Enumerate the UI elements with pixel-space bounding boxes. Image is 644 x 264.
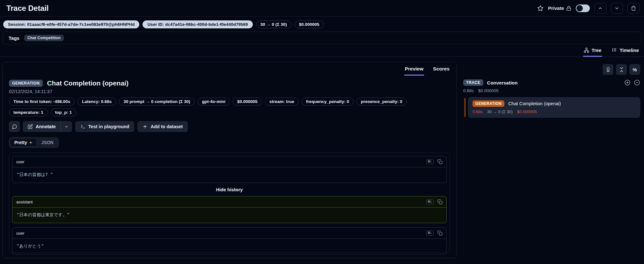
- plus-icon: [143, 124, 148, 129]
- observation-timestamp: 02/12/2024, 14:11:37: [9, 89, 451, 94]
- trace-title: Conversation: [487, 80, 518, 85]
- tree-node-metrics: 0.68s 30 → 0 (Σ 30) $0.000005: [472, 109, 636, 114]
- metric-time-to-first-token: Time to first token: -498.00s: [9, 98, 75, 106]
- timeline-icon: [611, 48, 617, 53]
- terminal-icon: [80, 124, 85, 129]
- user-id-badge[interactable]: User ID: dc47a41e-06bc-400d-bde1-f0e440d…: [143, 20, 252, 28]
- copy-icon[interactable]: [437, 199, 443, 204]
- card-body: GENERATION Chat Completion (openai) 02/1…: [3, 76, 457, 258]
- edit-icon: [28, 124, 33, 129]
- message-content: "日本の首都は? ": [12, 167, 446, 183]
- view-tabs: Tree Timeline: [0, 45, 644, 57]
- previous-trace-button[interactable]: [594, 3, 606, 14]
- pretty-view-button[interactable]: Pretty ✦: [10, 138, 37, 147]
- observation-card: Preview Scores GENERATION Chat Completio…: [3, 62, 457, 258]
- expand-all-icon[interactable]: [624, 79, 631, 86]
- trace-latency: 0.68s: [463, 88, 474, 93]
- test-in-playground-button[interactable]: Test in playground: [75, 121, 135, 132]
- observation-title: Chat Completion (openai): [47, 79, 128, 87]
- session-badge[interactable]: Session: 01aaacf6-e0fe-457d-a7de-7c1ee08…: [3, 20, 139, 28]
- toggle-knob: [576, 5, 583, 11]
- chevron-up-icon: [598, 6, 603, 11]
- tree-icon: [584, 48, 589, 53]
- tag-chat-competition[interactable]: Chat Competition: [24, 35, 64, 41]
- message-header-icons: M↓: [426, 159, 443, 164]
- trash-icon: [631, 6, 636, 11]
- message-header: assistant M↓: [12, 196, 446, 208]
- bookmark-star-icon[interactable]: [537, 5, 544, 11]
- header-actions: Private: [537, 3, 640, 14]
- chevrons-down-up-icon: [619, 67, 624, 72]
- metric-model: gpt-4o-mini: [198, 98, 230, 106]
- page-header: Trace Detail Private: [0, 0, 644, 17]
- trace-id-badges: Session: 01aaacf6-e0fe-457d-a7de-7c1ee08…: [0, 17, 644, 28]
- generation-type-badge: GENERATION: [9, 80, 43, 87]
- annotate-dropdown-button[interactable]: [61, 121, 72, 132]
- percent-icon: %: [633, 67, 637, 72]
- generation-type-badge: GENERATION: [472, 100, 504, 107]
- metric-frequency-penalty: frequency_penalty: 0: [302, 98, 354, 106]
- tab-timeline[interactable]: Timeline: [611, 45, 640, 57]
- metric-cost: $0.000005: [233, 98, 262, 106]
- chevron-down-icon: [614, 6, 619, 11]
- trace-metrics: 0.68s $0.000005: [463, 88, 640, 93]
- annotate-button[interactable]: Annotate: [23, 121, 61, 132]
- trace-type-badge: TRACE: [463, 79, 483, 86]
- metric-top-p: top_p: 1: [51, 108, 77, 116]
- show-scores-button[interactable]: [603, 64, 613, 75]
- page-title: Trace Detail: [6, 4, 48, 13]
- add-to-dataset-button[interactable]: Add to dataset: [137, 121, 188, 132]
- collapse-node-icon[interactable]: [634, 79, 640, 86]
- message-content: "ありがとう": [12, 239, 446, 254]
- tree-node-wrapper: GENERATION Chat Completion (openai) 0.68…: [468, 97, 640, 118]
- node-tokens: 30 → 0 (Σ 30): [487, 109, 513, 114]
- content-area: Preview Scores GENERATION Chat Completio…: [0, 57, 644, 258]
- markdown-toggle-icon[interactable]: M↓: [426, 159, 434, 164]
- messages-container: user M↓ "日本の首都は? " Hide history assistan…: [9, 153, 450, 253]
- message-header-icons: M↓: [426, 199, 443, 204]
- metric-presence-penalty: presence_penalty: 0: [356, 98, 407, 106]
- hide-history-toggle[interactable]: Hide history: [12, 187, 447, 192]
- message-user-1: user M↓ "日本の首都は? ": [12, 156, 447, 183]
- metric-tokens: 30 prompt → 0 completion (Σ 30): [119, 98, 194, 106]
- tab-preview[interactable]: Preview: [404, 65, 424, 76]
- chevron-down-icon: [64, 125, 69, 129]
- tree-node-generation[interactable]: GENERATION Chat Completion (openai) 0.68…: [468, 97, 640, 118]
- node-cost: $0.000005: [517, 109, 537, 114]
- tree-node-title: Chat Completion (openai): [508, 101, 561, 106]
- privacy-label: Private: [548, 5, 571, 11]
- collapse-all-button[interactable]: [616, 64, 627, 75]
- markdown-toggle-icon[interactable]: M↓: [426, 199, 434, 204]
- copy-icon[interactable]: [437, 231, 443, 236]
- message-role: user: [16, 159, 24, 164]
- message-assistant: assistant M↓ "日本の首都は東京です。": [12, 196, 447, 223]
- delete-trace-button[interactable]: [627, 3, 640, 14]
- metric-temperature: temperature: 1: [9, 108, 48, 116]
- tab-tree[interactable]: Tree: [583, 45, 602, 57]
- json-view-button[interactable]: JSON: [37, 138, 58, 147]
- token-usage-badge: 30 → 0 (Σ 30): [256, 20, 291, 28]
- message-header: user M↓: [12, 228, 446, 239]
- chat-bubble-icon: [12, 124, 17, 129]
- tab-scores[interactable]: Scores: [432, 65, 450, 76]
- next-trace-button[interactable]: [611, 3, 623, 14]
- card-tabs: Preview Scores: [3, 62, 457, 76]
- public-sharing-toggle[interactable]: [576, 4, 590, 12]
- action-buttons: Annotate Test in playground Add to datas…: [9, 121, 451, 132]
- show-metrics-button[interactable]: %: [629, 64, 640, 75]
- copy-icon[interactable]: [437, 159, 443, 164]
- message-role: user: [16, 231, 24, 236]
- message-header: user M↓: [12, 156, 446, 167]
- node-latency: 0.68s: [472, 109, 483, 114]
- tree-node-header: GENERATION Chat Completion (openai): [472, 100, 636, 107]
- sparkles-icon: ✦: [29, 140, 33, 145]
- cost-badge: $0.000005: [295, 20, 324, 28]
- message-user-2: user M↓ "ありがとう": [12, 227, 447, 254]
- trace-tree-root[interactable]: TRACE Conversation: [463, 79, 640, 86]
- lock-icon: [566, 6, 571, 11]
- markdown-toggle-icon[interactable]: M↓: [426, 231, 434, 236]
- metric-stream: stream: true: [265, 98, 299, 106]
- tags-section: Tags Chat Competition: [3, 32, 641, 44]
- comments-button[interactable]: [9, 121, 20, 132]
- observation-header: GENERATION Chat Completion (openai): [9, 79, 451, 87]
